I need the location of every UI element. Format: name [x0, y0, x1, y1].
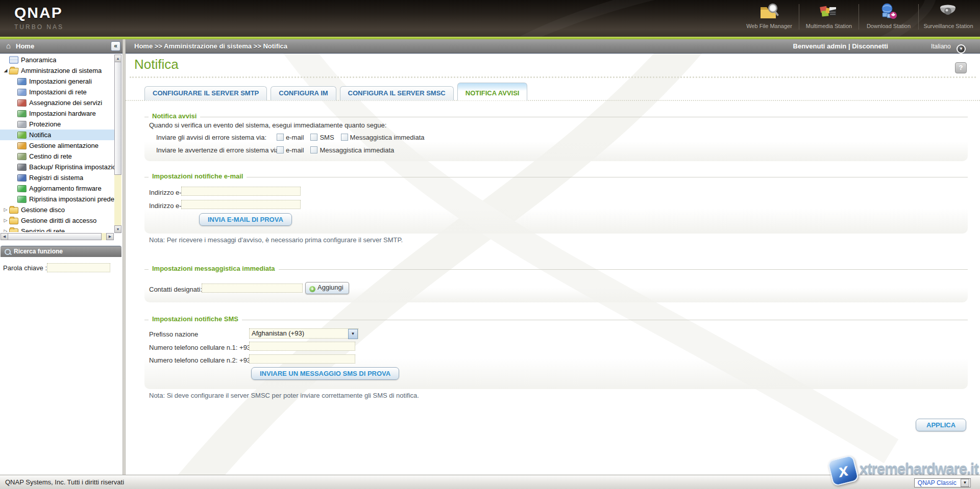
checkbox-label: SMS: [320, 134, 334, 141]
sms-notification-section: Impostazioni notifiche SMS Prefisso nazi…: [144, 320, 968, 389]
network-service-folder-icon: [9, 228, 18, 232]
language-area: Italiano ▼: [931, 43, 966, 54]
scroll-right-button[interactable]: ▶: [106, 233, 114, 240]
sidebar-item-system-administration[interactable]: ◢Amministrazione di sistema: [0, 65, 114, 76]
language-dropdown-icon[interactable]: ▼: [957, 44, 966, 54]
apply-button[interactable]: APPLICA: [916, 419, 966, 431]
breadcrumb: Home >> Amministrazione di sistema >> No…: [134, 42, 287, 50]
qnap-logo: QNAP TURBO NAS: [14, 4, 64, 31]
search-icon: [5, 249, 11, 255]
contacts-input[interactable]: [202, 284, 303, 293]
sidebar-item-system-logs[interactable]: Registri di sistema: [0, 172, 114, 183]
sidebar-item-firmware-update[interactable]: Aggiornamento firmware: [0, 183, 114, 194]
checkbox-label: e-mail: [286, 134, 304, 141]
sidebar-item-network-recycle-bin[interactable]: Cestino di rete: [0, 151, 114, 162]
collapsed-arrow-icon[interactable]: ▷: [2, 215, 9, 226]
sidebar-item-power-management[interactable]: Gestione alimentazione: [0, 140, 114, 151]
sidebar-item-restore-defaults[interactable]: Ripristina impostazioni predefinite: [0, 194, 114, 204]
expanded-arrow-icon[interactable]: ◢: [2, 65, 9, 76]
download-station-icon: [878, 15, 899, 22]
checkbox[interactable]: [341, 134, 348, 141]
sidebar-item-backup-restore-settings[interactable]: Backup/ Ripristina impostazioni: [0, 162, 114, 172]
checkbox-label: e-mail: [286, 146, 304, 154]
smtp-note: Nota: Per ricevere i messaggi d'avviso, …: [149, 236, 403, 244]
tab-configura-il-server-smsc[interactable]: CONFIGURA IL SERVER SMSC: [340, 86, 454, 100]
sidebar-item-security[interactable]: Protezione: [0, 119, 114, 130]
hardware-settings-icon: [17, 110, 27, 117]
phone2-input[interactable]: [249, 354, 355, 364]
country-prefix-label: Prefisso nazione: [149, 330, 198, 338]
session-area: Benvenuti admin | Disconnetti: [793, 42, 888, 50]
surveillance-station-icon: [938, 15, 959, 22]
tree-item-label: Aggiornamento firmware: [29, 183, 102, 194]
sidebar-item-network-service[interactable]: ▷Servizio di rete: [0, 226, 114, 232]
sidebar-item-notification[interactable]: Notifica: [0, 130, 114, 140]
send-test-sms-button[interactable]: INVIARE UN MESSAGGIO SMS DI PROVA: [251, 367, 399, 380]
checkbox[interactable]: [310, 134, 317, 141]
station-download-station[interactable]: Download Station: [860, 1, 917, 35]
station-web-file-manager[interactable]: Web File Manager: [741, 1, 798, 35]
collapsed-arrow-icon[interactable]: ▷: [2, 226, 9, 232]
network-recycle-bin-icon: [17, 153, 27, 160]
app-header: QNAP TURBO NAS Web File ManagerMultimedi…: [0, 0, 980, 37]
backup-restore-settings-icon: [17, 164, 27, 171]
help-button[interactable]: ?: [955, 62, 967, 73]
scroll-down-button[interactable]: ▼: [114, 225, 121, 233]
send-test-email-button[interactable]: INVIA E-MAIL DI PROVA: [199, 213, 292, 226]
skin-selector[interactable]: QNAP Classic ▼: [914, 478, 971, 487]
tree-item-label: Registri di sistema: [29, 172, 83, 183]
session-separator: |: [848, 42, 850, 50]
tab-configurare-il-server-smtp[interactable]: CONFIGURARE IL SERVER SMTP: [144, 86, 267, 100]
general-settings-icon: [17, 78, 27, 85]
horizontal-scroll-thumb[interactable]: [8, 233, 102, 240]
tree-horizontal-scrollbar: ◀ ▶: [1, 233, 114, 240]
email2-input[interactable]: [181, 200, 301, 209]
add-contact-button[interactable]: +Aggiungi: [305, 282, 349, 294]
alert-row-label: Inviare le avvertenze di errore sistema …: [156, 146, 277, 154]
station-shortcuts: Web File ManagerMultimedia StationDownlo…: [741, 1, 977, 35]
skin-dropdown-arrow-icon[interactable]: ▼: [961, 479, 969, 487]
function-search-title: Ricerca funzione: [14, 246, 63, 257]
logout-link[interactable]: Disconnetti: [852, 42, 888, 50]
tree-item-label: Ripristina impostazioni predefinite: [29, 194, 114, 204]
notification-icon: [17, 132, 27, 139]
tab-configura-im[interactable]: CONFIGURA IM: [271, 86, 336, 100]
checkbox[interactable]: [310, 146, 317, 153]
sidebar-item-hardware-settings[interactable]: Impostazioni hardware: [0, 108, 114, 119]
vertical-scroll-thumb[interactable]: [114, 62, 121, 175]
scroll-left-button[interactable]: ◀: [1, 233, 8, 240]
checkbox[interactable]: [277, 146, 284, 153]
web-file-manager-icon: [759, 15, 779, 22]
system-warning-alert-row: Inviare le avvertenze di errore sistema …: [156, 146, 401, 154]
tree-item-label: Cestino di rete: [29, 151, 72, 162]
sidebar-title-bar: ⌂ Home «: [0, 39, 122, 54]
turbo-nas-subtitle: TURBO NAS: [14, 23, 64, 31]
select-dropdown-arrow-icon[interactable]: ▼: [348, 329, 358, 339]
tab-bar: CONFIGURARE IL SERVER SMTPCONFIGURA IMCO…: [144, 83, 531, 100]
email1-input[interactable]: [181, 187, 301, 196]
collapsed-arrow-icon[interactable]: ▷: [2, 204, 9, 215]
sidebar-item-disk-management[interactable]: ▷Gestione disco: [0, 204, 114, 215]
tab-notifica-avvisi[interactable]: NOTIFICA AVVISI: [457, 83, 528, 100]
firmware-update-icon: [17, 185, 27, 192]
checkbox[interactable]: [277, 134, 284, 141]
phone1-input[interactable]: [249, 342, 355, 351]
sidebar-item-service-assignment[interactable]: Assegnazione dei servizi: [0, 97, 114, 108]
sidebar-collapse-button[interactable]: «: [111, 41, 120, 51]
sidebar-item-general-settings[interactable]: Impostazioni generali: [0, 76, 114, 87]
tree-item-label: Protezione: [29, 119, 61, 130]
navigation-tree: Panoramica◢Amministrazione di sistemaImp…: [0, 55, 114, 232]
keyword-input[interactable]: [47, 263, 110, 272]
station-surveillance-station[interactable]: Surveillance Station: [920, 1, 977, 35]
email-notification-section: Impostazioni notifiche e-mail Indirizzo …: [144, 177, 968, 234]
tree-item-label: Gestione disco: [21, 204, 65, 215]
sidebar-item-access-rights[interactable]: ▷Gestione diritti di accesso: [0, 215, 114, 226]
sidebar-item-network-settings[interactable]: Impostazioni di rete: [0, 87, 114, 97]
country-prefix-select[interactable]: Afghanistan (+93) ▼: [249, 328, 358, 339]
scroll-up-button[interactable]: ▲: [114, 55, 121, 62]
station-divider: [918, 4, 919, 30]
access-rights-folder-icon: [9, 218, 18, 224]
tree-item-label: Panoramica: [21, 55, 56, 65]
sidebar-item-overview[interactable]: Panoramica: [0, 55, 114, 65]
station-multimedia-station[interactable]: Multimedia Station: [800, 1, 857, 35]
